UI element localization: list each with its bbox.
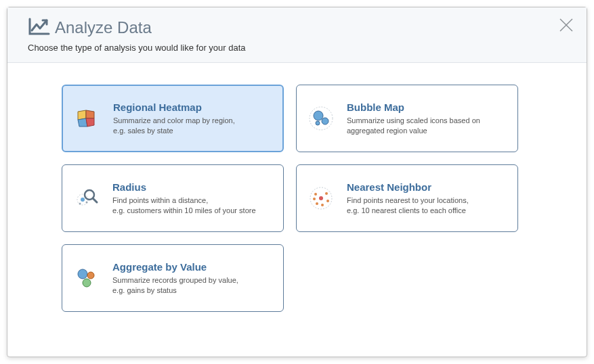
card-desc: Find points nearest to your locations,e.…	[347, 196, 507, 216]
card-nearest-neighbor[interactable]: Nearest Neighbor Find points nearest to …	[296, 164, 518, 232]
title-row: Analyze Data	[28, 17, 573, 39]
dialog-subtitle: Choose the type of analysis you would li…	[28, 43, 573, 53]
card-text: Bubble Map Summarize using scaled icons …	[347, 101, 507, 136]
card-desc: Summarize records grouped by value,e.g. …	[112, 275, 272, 296]
svg-marker-3	[86, 110, 94, 118]
regional-heatmap-icon	[74, 105, 101, 132]
card-text: Radius Find points within a distance,e.g…	[112, 181, 272, 216]
svg-marker-5	[86, 118, 94, 127]
card-desc: Summarize using scaled icons based on ag…	[347, 116, 507, 136]
card-desc: Summarize and color map by region,e.g. s…	[113, 116, 272, 136]
svg-point-12	[79, 203, 81, 205]
close-button[interactable]	[558, 17, 574, 36]
svg-point-17	[319, 196, 323, 200]
card-text: Aggregate by Value Summarize records gro…	[112, 261, 272, 296]
card-text: Nearest Neighbor Find points nearest to …	[347, 181, 507, 216]
svg-point-13	[86, 202, 88, 204]
dialog-header: Analyze Data Choose the type of analysis…	[7, 7, 587, 63]
card-title: Radius	[112, 181, 272, 193]
svg-point-23	[313, 198, 316, 200]
svg-point-19	[325, 192, 328, 195]
nearest-neighbor-icon	[307, 185, 335, 212]
svg-point-20	[326, 200, 329, 202]
card-title: Regional Heatmap	[113, 101, 272, 113]
svg-point-8	[322, 118, 328, 124]
svg-point-11	[81, 198, 85, 202]
svg-point-26	[83, 279, 91, 287]
svg-point-22	[321, 204, 324, 206]
svg-point-18	[314, 193, 317, 196]
card-desc: Find points within a distance,e.g. custo…	[112, 196, 272, 216]
dialog-title: Analyze Data	[55, 18, 152, 37]
card-regional-heatmap[interactable]: Regional Heatmap Summarize and color map…	[62, 85, 284, 152]
radius-icon	[73, 185, 100, 212]
dialog-body: Regional Heatmap Summarize and color map…	[7, 63, 587, 332]
card-title: Nearest Neighbor	[347, 181, 507, 193]
svg-line-15	[93, 198, 97, 202]
analysis-card-grid: Regional Heatmap Summarize and color map…	[62, 85, 559, 312]
card-text: Regional Heatmap Summarize and color map…	[113, 101, 272, 136]
close-icon	[558, 17, 574, 33]
card-title: Bubble Map	[347, 101, 507, 113]
svg-point-7	[314, 111, 323, 120]
card-title: Aggregate by Value	[112, 261, 272, 273]
card-bubble-map[interactable]: Bubble Map Summarize using scaled icons …	[296, 85, 518, 152]
card-radius[interactable]: Radius Find points within a distance,e.g…	[62, 164, 284, 232]
analyze-data-dialog: Analyze Data Choose the type of analysis…	[7, 7, 587, 357]
chart-line-icon	[28, 17, 51, 39]
bubble-map-icon	[307, 105, 335, 132]
svg-point-25	[87, 272, 94, 279]
svg-point-24	[78, 269, 87, 279]
svg-point-9	[316, 121, 320, 125]
card-aggregate-by-value[interactable]: Aggregate by Value Summarize records gro…	[62, 244, 284, 312]
aggregate-by-value-icon	[73, 265, 100, 292]
svg-point-21	[316, 202, 318, 205]
